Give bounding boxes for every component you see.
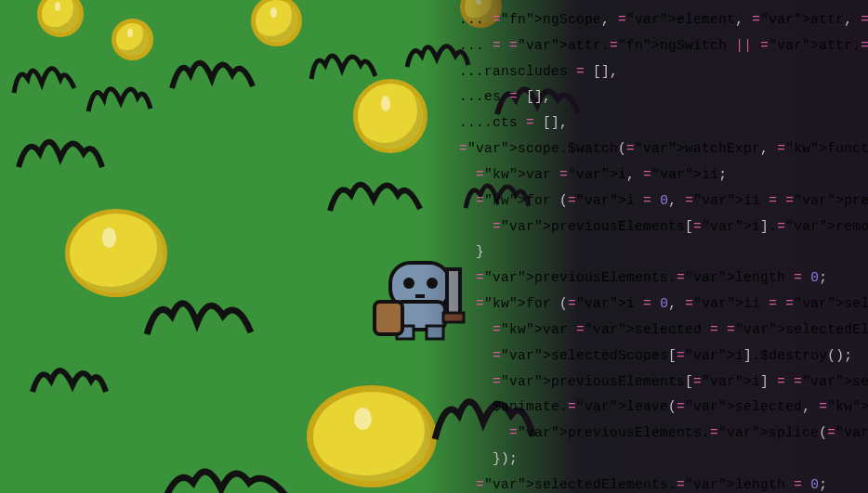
code-line: ="kw">for (="var">i = 0, ="var">ii = ="v… [459, 188, 864, 214]
code-line: $animate.="var">leave(="var">selected, =… [459, 395, 864, 421]
code-line: ="var">selectedScopes[="var">i].$destroy… [459, 344, 864, 370]
grass-tuft [139, 279, 260, 344]
grass-tuft [307, 37, 381, 84]
grass-tuft [28, 353, 112, 399]
code-line: ="var">previousElements.="var">length = … [459, 266, 864, 292]
code-line: ...ranscludes = [], [459, 59, 864, 85]
code-line: ="var">selectedElements.="var">length = … [459, 473, 864, 493]
code-line: ... ="fn">ngScope, ="var">element, ="var… [459, 7, 864, 33]
grass-tuft [14, 121, 107, 176]
code-line: ....cts = [], [459, 110, 864, 136]
code-line: } [459, 240, 864, 266]
svg-point-4 [403, 278, 414, 289]
coin-sprite [307, 385, 437, 487]
grass-tuft [167, 42, 260, 97]
coin-sprite [37, 0, 84, 37]
code-line: ="var">previousElements.="var">splice(="… [459, 421, 864, 447]
svg-rect-7 [375, 302, 402, 334]
coin-sprite [251, 0, 302, 46]
code-line: ="kw">var ="var">selected = ="var">selec… [459, 318, 864, 344]
coin-sprite [112, 19, 153, 60]
code-line: ...es = [], [459, 84, 864, 110]
code-line: }); [459, 447, 864, 473]
code-text: ... ="fn">ngScope, ="var">element, ="var… [459, 7, 864, 493]
code-line: ... = ="var">attr.="fn">ngSwitch || ="va… [459, 33, 864, 59]
grass-tuft [158, 450, 297, 493]
code-line: ="kw">var ="var">i, ="var">ii; [459, 162, 864, 188]
grass-tuft [9, 51, 84, 97]
code-overlay: ... ="fn">ngScope, ="var">element, ="var… [422, 0, 868, 493]
code-line: ="kw">for (="var">i = 0, ="var">ii = ="v… [459, 292, 864, 318]
code-line: ="var">scope.$watch(="var">watchExpr, ="… [459, 136, 864, 162]
coin-sprite [353, 79, 427, 153]
code-line: ="var">previousElements[="var">i].="var"… [459, 214, 864, 240]
grass-tuft [325, 162, 427, 218]
grass-tuft [84, 70, 158, 116]
code-line: ="var">previousElements[="var">i] = ="va… [459, 370, 864, 396]
